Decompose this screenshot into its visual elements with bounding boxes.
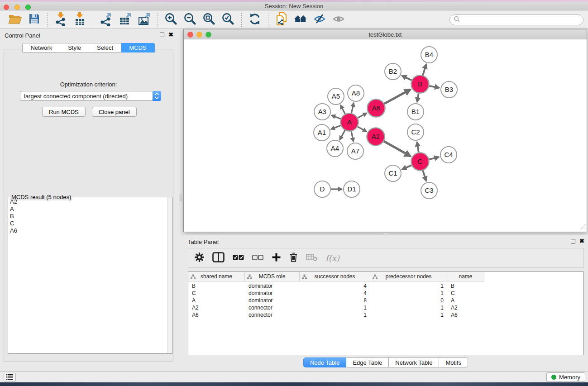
task-history-button[interactable]	[4, 373, 16, 381]
table-cell[interactable]: B	[188, 283, 245, 289]
graph-node-A8[interactable]: A8	[348, 85, 364, 101]
table-row[interactable]: Bdominator41B	[188, 282, 583, 290]
close-table-panel-icon[interactable]: ✖	[579, 239, 584, 243]
close-panel-icon[interactable]: ✖	[168, 33, 173, 37]
window-resize-grip[interactable]	[580, 223, 586, 231]
mcds-result-item[interactable]: C	[9, 220, 167, 227]
deselect-all-checkboxes-button[interactable]	[252, 254, 263, 262]
table-row[interactable]: Adominator80A	[188, 297, 583, 304]
graph-edge-C-C2[interactable]	[417, 142, 418, 152]
graph-edge-A-A8[interactable]	[351, 103, 354, 113]
table-cell[interactable]: A6	[188, 312, 245, 318]
graph-node-C2[interactable]: C2	[407, 124, 424, 140]
mcds-result-list[interactable]: A2ABCA6	[9, 198, 167, 353]
search-field[interactable]	[449, 14, 583, 25]
graph-edge-A-A7[interactable]	[351, 131, 354, 141]
table-cell[interactable]: 4	[300, 290, 370, 296]
float-table-panel-icon[interactable]	[571, 239, 575, 243]
table-row[interactable]: A6connector11A6	[188, 311, 583, 319]
zoom-out-button[interactable]	[182, 12, 198, 28]
table-cell[interactable]: A	[188, 297, 245, 304]
float-panel-icon[interactable]	[160, 33, 164, 37]
graph-edge-C-C1[interactable]	[402, 165, 411, 169]
table-cell[interactable]: C	[447, 290, 484, 296]
table-cell[interactable]: dominator	[245, 283, 300, 289]
table-cell[interactable]: connector	[245, 305, 300, 311]
graph-node-C[interactable]: C	[411, 153, 429, 171]
graph-edge-A-A5[interactable]	[340, 105, 345, 114]
table-cell[interactable]: connector	[245, 312, 300, 318]
import-table-button[interactable]	[72, 12, 87, 28]
table-cell[interactable]: C	[188, 290, 245, 296]
table-cell[interactable]: 1	[300, 305, 370, 311]
export-network-button[interactable]	[99, 12, 114, 28]
graph-node-D1[interactable]: D1	[344, 181, 360, 197]
table-cell[interactable]: 1	[300, 312, 370, 318]
graph-edge-B-B1[interactable]	[417, 93, 419, 102]
zoom-in-button[interactable]	[163, 12, 179, 28]
column-header-successor-nodes[interactable]: successor nodes	[300, 272, 370, 281]
criterion-dropdown[interactable]: largest connected component (directed)	[20, 91, 161, 101]
vertical-splitter-handle[interactable]	[179, 195, 182, 201]
tab-network[interactable]: Network	[22, 43, 60, 52]
table-settings-button[interactable]	[195, 253, 204, 264]
mcds-result-item[interactable]: B	[9, 213, 167, 220]
graph-node-C3[interactable]: C3	[421, 182, 437, 199]
graph-node-B4[interactable]: B4	[421, 47, 437, 63]
graph-edge-B-B4[interactable]	[423, 64, 426, 75]
tab-edge-table[interactable]: Edge Table	[346, 357, 389, 367]
mcds-result-scrollbar[interactable]	[167, 197, 172, 353]
tab-select[interactable]: Select	[89, 43, 121, 52]
graph-edge-C-C3[interactable]	[423, 171, 426, 181]
column-layout-button[interactable]	[212, 252, 225, 264]
graph-edge-B-B3[interactable]	[429, 86, 439, 88]
first-neighbors-button[interactable]	[293, 12, 308, 28]
hide-selected-button[interactable]	[312, 12, 327, 28]
graph-node-C1[interactable]: C1	[385, 165, 401, 181]
graph-edge-C-C4[interactable]	[429, 157, 439, 159]
tab-mcds[interactable]: MCDS	[121, 43, 154, 52]
export-table-button[interactable]	[118, 12, 133, 28]
function-builder-button[interactable]: f(x)	[325, 253, 339, 263]
table-cell[interactable]: 1	[370, 290, 447, 296]
table-cell[interactable]: A	[447, 297, 484, 304]
graph-node-A1[interactable]: A1	[314, 124, 330, 141]
import-network-button[interactable]	[53, 12, 68, 28]
graph-edge-A-A2[interactable]	[358, 127, 367, 132]
add-row-button[interactable]	[272, 253, 281, 264]
zoom-selected-button[interactable]	[220, 12, 236, 28]
table-cell[interactable]: A6	[447, 312, 484, 318]
tab-node-table[interactable]: Node Table	[303, 357, 347, 367]
graph-edge-A2-C[interactable]	[384, 141, 411, 156]
graph-node-B2[interactable]: B2	[385, 63, 401, 80]
memory-button[interactable]: Memory	[546, 372, 585, 382]
column-header-MCDS-role[interactable]: MCDS role	[245, 272, 300, 281]
table-cell[interactable]: A2	[188, 305, 245, 311]
delete-row-button[interactable]	[289, 252, 298, 264]
table-row[interactable]: Cdominator41C	[188, 290, 583, 297]
zoom-fit-button[interactable]	[201, 12, 217, 28]
close-panel-button[interactable]: Close panel	[92, 107, 137, 117]
tab-style[interactable]: Style	[60, 43, 89, 52]
graph-node-A7[interactable]: A7	[347, 143, 363, 159]
tab-motifs[interactable]: Motifs	[439, 357, 468, 367]
tab-network-table[interactable]: Network Table	[389, 357, 439, 367]
export-image-button[interactable]	[137, 12, 152, 28]
table-cell[interactable]: 1	[370, 312, 447, 318]
new-network-from-selection-button[interactable]	[274, 12, 289, 28]
graph-edge-A-A3[interactable]	[331, 115, 340, 119]
delete-table-button[interactable]	[306, 253, 317, 263]
mcds-result-item[interactable]: A2	[9, 198, 167, 205]
column-header-predecessor-nodes[interactable]: predecessor nodes	[370, 272, 447, 281]
table-cell[interactable]: 1	[370, 305, 447, 311]
graph-node-A6[interactable]: A6	[368, 100, 385, 117]
table-cell[interactable]: A2	[447, 305, 484, 311]
mcds-result-item[interactable]: A6	[9, 227, 167, 234]
table-cell[interactable]: 0	[370, 297, 447, 304]
show-all-button[interactable]	[331, 12, 346, 28]
search-input[interactable]	[460, 17, 583, 24]
graph-node-A5[interactable]: A5	[328, 88, 344, 105]
column-header-name[interactable]: name	[447, 272, 484, 281]
mcds-result-item[interactable]: A	[9, 205, 167, 213]
graph-edge-A-A1[interactable]	[331, 125, 341, 129]
